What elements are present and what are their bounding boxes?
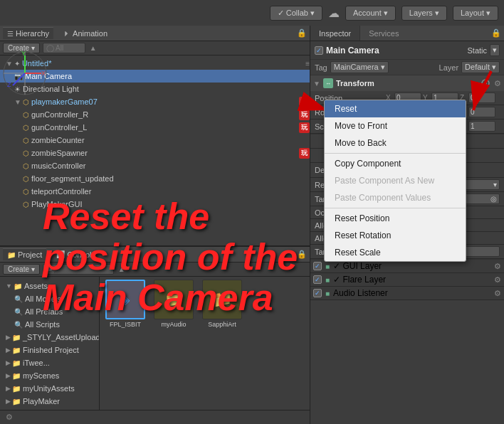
sapphiart-label: SapphiArt: [208, 321, 236, 328]
hierarchy-tab-label: Hierarchy: [16, 29, 49, 38]
fpl-label: FPL_ISBIT: [110, 321, 141, 328]
context-menu-item-reset-rot[interactable]: Reset Rotation: [325, 227, 466, 244]
context-menu-item-reset-scale[interactable]: Reset Scale: [325, 244, 466, 261]
tree-item-styly[interactable]: ▶ 📁 _STYLY_AssetUpload: [0, 331, 99, 344]
sapphiart-icon: 📁: [213, 290, 232, 309]
gui-layer-checkbox[interactable]: [313, 262, 322, 270]
tag-value-dropdown[interactable]: MainCamera ▾: [330, 61, 389, 73]
context-menu-item-reset[interactable]: Reset: [325, 100, 466, 117]
svg-text:X: X: [41, 70, 46, 77]
asset-item-myaudio[interactable]: 📁 myAudio: [151, 280, 196, 328]
music-label: musicController: [31, 161, 85, 170]
inspector-lock-icon[interactable]: 🔒: [491, 28, 501, 38]
project-lock-icon[interactable]: 🔒: [297, 250, 307, 259]
context-menu-item-move-back[interactable]: Move to Back: [325, 134, 466, 152]
transform-header[interactable]: ▼ ↔ Transform ⚙: [310, 75, 504, 91]
audio-listener-checkbox[interactable]: [313, 289, 322, 297]
flare-layer-settings-icon[interactable]: ⚙: [494, 275, 501, 285]
asset-item-sapphiart[interactable]: 📁 SapphiArt: [199, 280, 245, 328]
tree-item-playmaker[interactable]: ▶ 📁 PlayMaker: [0, 395, 99, 408]
layer-value-text: Default ▾: [465, 63, 496, 72]
hierarchy-item-gun-r[interactable]: ⬡ gunController_R 玩: [0, 108, 310, 121]
tree-item-myunity[interactable]: ▶ 📁 myUnityAssets: [0, 382, 99, 395]
hierarchy-item-playmaker-gui[interactable]: ⬡ PlayMakerGUI: [0, 198, 310, 211]
cloud-icon: ☁: [328, 6, 340, 20]
finished-expand-icon: ▶: [6, 346, 11, 354]
services-tab[interactable]: Services: [360, 26, 407, 41]
scroll-up-icon[interactable]: ▲: [88, 44, 98, 52]
inspector-tab[interactable]: Inspector: [310, 26, 360, 41]
tree-item-finished[interactable]: ▶ 📁 Finished Project: [0, 344, 99, 356]
gun-r-flag: 玩: [299, 110, 310, 120]
project-create-button[interactable]: Create ▾: [3, 264, 40, 275]
scale-z-input[interactable]: [468, 121, 495, 132]
tag-row: Tag MainCamera ▾ Layer Default ▾: [310, 60, 504, 75]
context-menu-separator-1: [325, 153, 466, 154]
tree-item-itween[interactable]: ▶ 📁 iTwee...: [0, 356, 99, 369]
audio-listener-settings-icon[interactable]: ⚙: [494, 289, 501, 298]
object-active-checkbox[interactable]: [315, 46, 323, 55]
hierarchy-item-gun-l[interactable]: ⬡ gunController_L 玩: [0, 121, 310, 134]
account-button[interactable]: Account ▾: [345, 6, 396, 21]
itween-folder-icon: 📁: [12, 359, 21, 367]
itween-label: iTwee...: [23, 359, 50, 367]
object-name: Main Camera: [326, 46, 464, 55]
scene-gizmo-svg: Y X Z: [0, 48, 50, 98]
playmaker-tree-expand-icon: ▶: [6, 398, 11, 405]
project-content: ▼ 📁 Assets 🔍 All Models 🔍 All Prefabs 🔍: [0, 277, 310, 419]
scene-gizmo-area: Y X Z: [0, 48, 50, 98]
layer-value-dropdown[interactable]: Default ▾: [461, 61, 500, 73]
playmaker-flags: 玩: [299, 97, 310, 107]
target-texture-arrow: ◎: [490, 195, 497, 203]
assets-folder-icon: 📁: [14, 282, 22, 290]
context-menu-item-copy[interactable]: Copy Component: [325, 155, 466, 172]
gun-r-flags: 玩: [299, 110, 310, 120]
static-label: Static: [467, 46, 487, 55]
hierarchy-item-zombie-spawner[interactable]: ⬡ zombieSpawner 玩: [0, 147, 310, 159]
pos-z-input[interactable]: [468, 92, 495, 103]
layout-button[interactable]: Layout ▾: [453, 6, 498, 21]
console-tab[interactable]: ⬜ Console: [52, 249, 100, 260]
tree-item-assets[interactable]: ▼ 📁 Assets: [0, 280, 99, 292]
hierarchy-item-teleport[interactable]: ⬡ teleportController: [0, 185, 310, 198]
zombie-spawner-label: zombieSpawner: [31, 149, 88, 157]
context-menu-item-reset-pos[interactable]: Reset Position: [325, 210, 466, 227]
zombie-counter-icon: ⬡: [23, 137, 29, 144]
gui-layer-settings-icon[interactable]: ⚙: [494, 262, 501, 271]
tree-item-all-models[interactable]: 🔍 All Models: [0, 292, 99, 305]
transform-settings-icon[interactable]: [480, 78, 491, 89]
collab-button[interactable]: ✓ Collab ▾: [270, 6, 322, 21]
project-scroll-icon[interactable]: ▲: [117, 265, 127, 273]
flare-layer-checkbox[interactable]: [313, 275, 322, 284]
tree-item-myscenes[interactable]: ▶ 📁 myScenes: [0, 369, 99, 382]
layers-button[interactable]: Layers ▾: [401, 6, 447, 21]
playmaker-gui-icon: ⬡: [23, 201, 29, 208]
untitled-flag: ≡: [305, 60, 310, 68]
top-bar: ✓ Collab ▾ ☁ Account ▾ Layers ▾ Layout ▾: [0, 0, 504, 26]
hierarchy-item-floor[interactable]: ⬡ floor_segment_updated: [0, 172, 310, 185]
asset-item-fpl[interactable]: ◈ FPL_ISBIT: [103, 280, 148, 328]
settings-icon[interactable]: ⚙: [6, 413, 13, 422]
myunity-folder-icon: 📁: [12, 385, 21, 393]
hierarchy-header: ☰ Hierarchy ⏵ Animation 🔒: [0, 26, 310, 41]
static-dropdown[interactable]: ▾: [490, 44, 500, 56]
rot-z-input[interactable]: [468, 107, 495, 117]
tree-item-all-prefabs[interactable]: 🔍 All Prefabs: [0, 305, 99, 318]
project-tab[interactable]: 📁 Project: [3, 248, 46, 260]
inspector-tab-label: Inspector: [319, 29, 351, 38]
hierarchy-item-music[interactable]: ⬡ musicController: [0, 159, 310, 172]
hierarchy-lock-icon[interactable]: 🔒: [297, 28, 307, 38]
project-assets: ◈ FPL_ISBIT 📁 myAudio 📁 S: [100, 277, 310, 419]
tree-item-all-scripts[interactable]: 🔍 All Scripts: [0, 318, 99, 331]
hierarchy-tab[interactable]: ☰ Hierarchy: [3, 27, 53, 39]
hierarchy-item-zombie-counter[interactable]: ⬡ zombieCounter: [0, 134, 310, 147]
context-menu-item-move-front[interactable]: Move to Front: [325, 117, 466, 134]
animation-tab[interactable]: ⏵ Animation: [59, 28, 112, 39]
svg-text:Y: Y: [21, 50, 26, 57]
project-search-input[interactable]: [43, 264, 114, 275]
assets-label: Assets: [24, 282, 48, 290]
gun-r-label: gunController_R: [31, 110, 88, 119]
assets-expand-icon: ▼: [6, 282, 12, 290]
transform-gear-icon[interactable]: ⚙: [494, 79, 501, 88]
svg-text:Z: Z: [7, 81, 11, 88]
